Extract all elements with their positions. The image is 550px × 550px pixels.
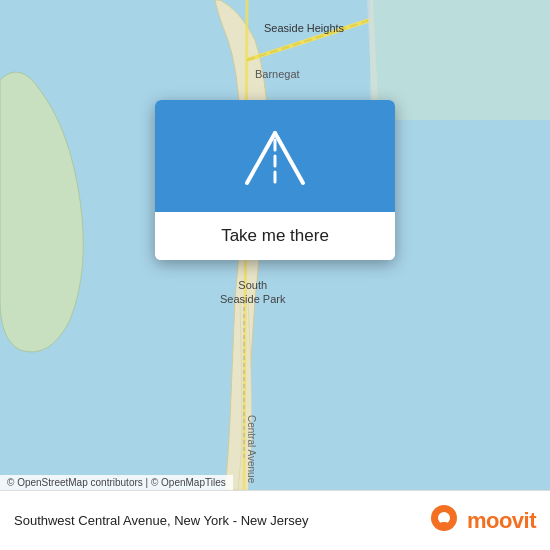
south-seaside-park-label: SouthSeaside Park	[220, 278, 285, 307]
moovit-logo: moovit	[427, 504, 536, 538]
navigation-card: Take me there	[155, 100, 395, 260]
card-icon-area	[155, 100, 395, 212]
address-label: Southwest Central Avenue, New York - New…	[14, 513, 309, 528]
seaside-heights-label: Seaside Heights	[264, 22, 344, 34]
map-container: Seaside Heights Barnegat SouthSeaside Pa…	[0, 0, 550, 490]
road-icon	[235, 128, 315, 188]
bottom-bar: Southwest Central Avenue, New York - New…	[0, 490, 550, 550]
map-attribution: © OpenStreetMap contributors | © OpenMap…	[0, 475, 233, 490]
barnegat-label: Barnegat	[255, 68, 300, 80]
svg-line-5	[275, 133, 303, 183]
take-me-there-button[interactable]: Take me there	[155, 212, 395, 260]
svg-line-4	[247, 133, 275, 183]
svg-rect-2	[370, 0, 550, 120]
central-avenue-label: Central Avenue	[246, 415, 257, 483]
moovit-brand-text: moovit	[467, 508, 536, 534]
moovit-pin-icon	[427, 504, 461, 538]
